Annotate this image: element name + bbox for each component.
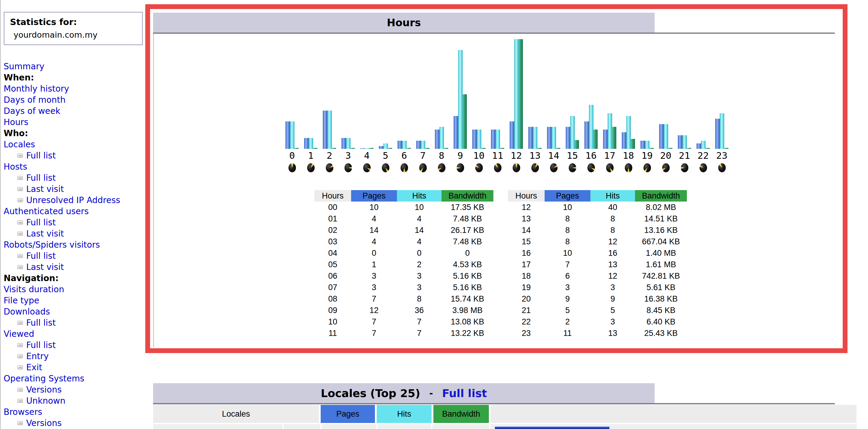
hour-group-18: 18 xyxy=(619,37,638,172)
hour-clock-pie-icon xyxy=(700,163,707,172)
bar-group xyxy=(454,37,467,149)
hour-clock-pie-icon xyxy=(644,163,651,172)
hour-group-11: 11 xyxy=(488,37,507,172)
sidebar-item-operating-systems: Operating Systems xyxy=(4,373,143,384)
hits-bar xyxy=(421,141,425,149)
hour-axis-label: 10 xyxy=(473,149,484,162)
locales-bar-column-header xyxy=(491,405,857,423)
table-cell: 3 xyxy=(397,270,441,282)
table-cell: 00 xyxy=(314,202,351,213)
locales-section: Locales (Top 25) - Full list LocalesPage… xyxy=(153,383,864,403)
table-cell: 12 xyxy=(590,236,635,248)
pages-bar xyxy=(341,138,346,149)
sidebar-link[interactable]: Unresolved IP Address xyxy=(26,195,120,206)
hour-clock-pie-icon xyxy=(419,163,427,172)
hits-bar xyxy=(458,50,463,149)
table-cell: 12 xyxy=(590,270,635,282)
hour-clock-pie-icon xyxy=(288,163,296,172)
hour-group-23: 23 xyxy=(712,37,731,172)
sidebar-link[interactable]: Full list xyxy=(26,339,56,351)
locales-full-list-link[interactable]: Full list xyxy=(442,387,487,399)
sidebar-link[interactable]: Viewed xyxy=(4,328,34,339)
table-cell: 17.35 KB xyxy=(441,202,493,213)
hour-group-1: 1 xyxy=(301,37,320,172)
pages-bar xyxy=(398,141,402,149)
table-cell: 11 xyxy=(545,327,590,339)
sidebar-link[interactable]: Downloads xyxy=(4,306,50,317)
sidebar-group-heading: When: xyxy=(4,72,143,83)
bar-group xyxy=(622,37,635,149)
sidebar-link[interactable]: Unknown xyxy=(26,395,65,406)
bar-group xyxy=(379,37,392,149)
table-cell: 23 xyxy=(508,327,545,339)
sidebar-link[interactable]: Days of month xyxy=(4,94,66,105)
sidebar-item-entry: Entry xyxy=(4,351,143,362)
sidebar-link[interactable]: Versions xyxy=(26,418,62,429)
sidebar-link[interactable]: File type xyxy=(4,295,39,306)
sidebar-link[interactable]: Entry xyxy=(26,351,49,362)
locale-pages-bar xyxy=(495,427,610,429)
locale-hits-cell xyxy=(378,424,431,429)
sidebar-link[interactable]: Robots/Spiders visitors xyxy=(4,239,100,250)
hour-clock-pie-icon xyxy=(718,163,726,172)
hour-clock-pie-icon xyxy=(587,163,595,172)
table-cell: 10 xyxy=(314,316,351,327)
sidebar-link[interactable]: Locales xyxy=(4,139,35,150)
sidebar-link[interactable]: Operating Systems xyxy=(4,373,84,384)
bandwidth-bar xyxy=(407,148,411,149)
sidebar-item-full-list: Full list xyxy=(4,217,143,228)
sidebar-link[interactable]: Last visit xyxy=(26,262,64,273)
hour-clock-pie-icon xyxy=(606,163,614,172)
sidebar-link[interactable]: Hosts xyxy=(4,161,27,172)
sub-item-arrow-icon xyxy=(18,354,23,358)
locales-section-title: Locales (Top 25) - Full list xyxy=(153,383,655,403)
hits-bar xyxy=(309,138,313,149)
hour-axis-label: 7 xyxy=(420,149,426,162)
sidebar-item-last-visit: Last visit xyxy=(4,262,143,273)
section-left-border xyxy=(153,34,154,347)
hour-group-5: 5 xyxy=(376,37,395,172)
table-row: 1610161.40 MB xyxy=(508,248,687,259)
table-cell: 8 xyxy=(397,293,441,305)
table-row: 177131.61 MB xyxy=(508,259,687,270)
table-cell: 09 xyxy=(314,305,351,316)
sub-item-arrow-icon xyxy=(18,388,23,392)
hour-clock-pie-icon xyxy=(475,163,483,172)
bar-group xyxy=(341,37,355,149)
sidebar-link[interactable]: Full list xyxy=(26,172,56,184)
sidebar-link[interactable]: Full list xyxy=(26,317,56,328)
hits-bar xyxy=(346,138,350,149)
hour-axis-label: 13 xyxy=(529,149,540,162)
table-row: 02141426.17 KB xyxy=(314,225,493,236)
table-cell: 8 xyxy=(590,225,635,236)
sidebar-link[interactable]: Visits duration xyxy=(4,284,64,295)
locale-flag-cell xyxy=(284,424,320,429)
sidebar-link[interactable]: Days of week xyxy=(4,105,60,117)
sidebar-link[interactable]: Summary xyxy=(4,61,44,72)
sidebar-link[interactable]: Exit xyxy=(26,362,42,373)
bar-group xyxy=(547,37,560,149)
bar-group xyxy=(715,37,728,149)
table-row: 03447.48 KB xyxy=(314,236,493,248)
sidebar-link[interactable]: Versions xyxy=(26,384,62,395)
hour-axis-label: 8 xyxy=(439,149,444,162)
hour-axis-label: 11 xyxy=(492,149,503,162)
sidebar-item-versions: Versions xyxy=(4,384,143,395)
sidebar-link[interactable]: Last visit xyxy=(26,184,64,195)
column-header-hits: Hits xyxy=(590,190,635,202)
pages-bar xyxy=(416,141,421,149)
sidebar-link[interactable]: Full list xyxy=(26,217,56,228)
sidebar-item-exit: Exit xyxy=(4,362,143,373)
sidebar-link[interactable]: Hours xyxy=(4,117,28,128)
sidebar-link[interactable]: Monthly history xyxy=(4,83,69,94)
sidebar-link[interactable]: Browsers xyxy=(4,406,42,418)
sidebar-link[interactable]: Full list xyxy=(26,150,56,161)
sidebar-link[interactable]: Full list xyxy=(26,250,56,262)
sidebar-link[interactable]: Authenticated users xyxy=(4,206,89,217)
sidebar-link[interactable]: Last visit xyxy=(26,228,64,239)
table-cell: 12 xyxy=(351,305,397,316)
table-row: 01447.48 KB xyxy=(314,213,493,225)
hits-bar xyxy=(664,124,668,149)
table-row: 05124.53 KB xyxy=(314,259,493,270)
bar-group xyxy=(678,37,691,149)
